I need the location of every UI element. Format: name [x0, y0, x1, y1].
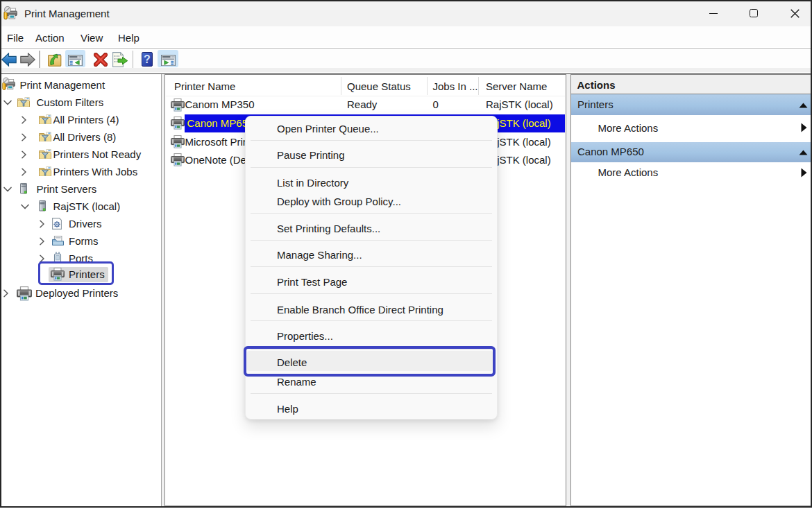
svg-text:?: ?: [144, 53, 151, 65]
